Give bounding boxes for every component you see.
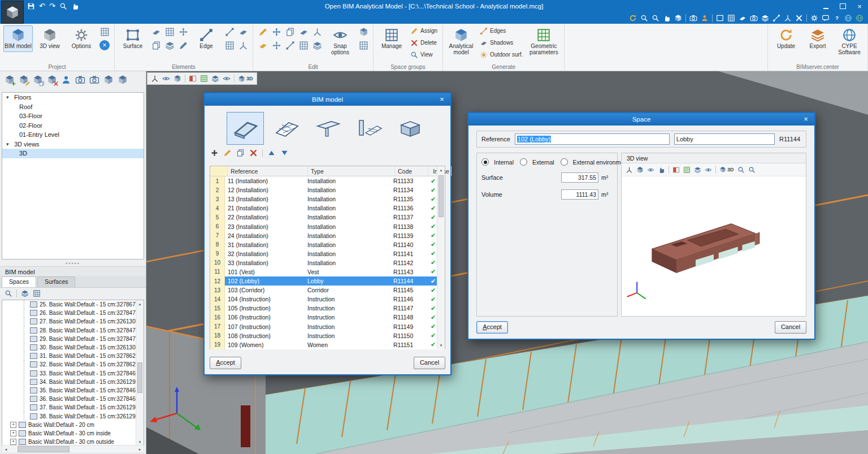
edit-extra-icon[interactable] [357,39,370,51]
grid-icon[interactable] [683,166,691,174]
list-item[interactable]: 28. Basic Wall:Default - 15 cm:327847 [2,326,136,335]
slab-type-roof-button[interactable] [227,112,264,145]
edit-tool-icon[interactable] [311,39,323,51]
dialog-title-bar[interactable]: BIM model × [205,93,450,106]
bimserver-icon[interactable] [856,14,863,22]
volume-input[interactable]: 1111.43 [561,189,598,200]
marker-icon[interactable] [701,14,709,22]
space-3d-viewport[interactable] [622,176,806,316]
surface-button[interactable]: Surface [118,25,147,52]
table-row[interactable]: 19109 (Women)WomenR11151✔ [210,340,445,349]
header-code[interactable]: Code [395,166,428,176]
reference-input[interactable]: 102 (Lobby) [515,133,670,145]
app-logo-icon[interactable] [1,1,24,24]
list-item[interactable]: 31. Basic Wall:Default - 15 cm:327862 [2,352,136,360]
pan-icon[interactable] [663,14,671,22]
scroll-down-icon[interactable]: ▾ [437,341,445,349]
radio-external-label[interactable]: External [532,159,554,166]
edge-tool-icon[interactable] [237,39,249,51]
tree-section[interactable]: ▾3D views [2,140,144,149]
slab-type-box-button[interactable] [392,112,429,145]
ruler-icon[interactable] [772,14,780,22]
search-icon[interactable] [5,289,12,297]
slab-type-wall-button[interactable] [350,112,388,145]
list-horizontal-scrollbar[interactable]: ◂ ▸ [2,445,144,453]
cancel-button[interactable]: Cancel [414,357,445,369]
panel-splitter[interactable]: ••••• [0,261,146,266]
surface-tool-icon[interactable] [150,39,162,51]
analytical-model-button[interactable]: Analytical model [446,25,476,58]
list-item[interactable]: +Basic Wall:Default - 30 cm inside [2,429,136,438]
capture-icon[interactable] [689,14,697,22]
radio-external[interactable] [520,158,527,166]
tree-item[interactable]: 03-Floor [2,111,144,121]
axes-icon[interactable] [151,75,159,83]
angle-icon[interactable] [784,14,792,22]
save-icon[interactable] [27,2,35,10]
edit-icon[interactable] [223,149,232,157]
minimize-button[interactable] [817,0,834,12]
scroll-right-icon[interactable]: ▸ [136,447,144,452]
maximize-button[interactable] [834,0,851,12]
table-row[interactable]: 623 (Installation)InstallationR11138✔ [210,222,445,231]
edge-button[interactable]: Edge [192,25,221,52]
list-item[interactable]: 30. Basic Wall:Default - 15 cm:326130 [2,343,136,352]
new-3d-view-icon[interactable] [5,75,15,85]
table-row[interactable]: 18108 (Instruction)InstructionR11150✔ [210,331,445,340]
tree-item[interactable]: Roof [2,102,144,112]
list-item[interactable]: 25. Basic Wall:Default - 15 cm:327867 [2,300,136,309]
list-item[interactable]: 37. Basic Wall:Default - 15 cm:326129 [2,403,136,412]
tree-item[interactable]: 3D [2,149,144,158]
cype-software-button[interactable]: CYPE Software [835,25,864,58]
scroll-up-icon[interactable]: ▴ [136,300,144,308]
redo-icon[interactable]: ↷ [49,2,55,10]
snap-toggle-icon[interactable] [739,14,747,22]
table-row[interactable]: 14104 (Instruction)InstructionR11146✔ [210,295,445,304]
export-button[interactable]: Export [803,25,832,52]
section-fill-icon[interactable] [189,75,197,83]
visibility-icon[interactable] [162,75,170,83]
update-button[interactable]: Update [771,25,801,52]
active-view-icon[interactable] [61,75,71,85]
zoom-window-icon[interactable] [640,14,648,22]
radio-internal-label[interactable]: Internal [494,159,514,166]
surface-tool-icon[interactable] [177,39,189,51]
tree-section[interactable]: ▾Floors [2,93,144,102]
undo-icon[interactable]: ↶ [39,2,45,10]
expand-icon[interactable]: + [10,422,16,428]
delete-3d-view-icon[interactable] [47,75,57,85]
table-row[interactable]: 12102 (Lobby)LobbyR11144✔ [210,276,445,286]
close-icon[interactable]: × [436,94,448,104]
list-item[interactable]: +Basic Wall:Default - 20 cm [2,421,136,429]
move-down-icon[interactable] [280,149,289,157]
layers-icon[interactable] [694,166,701,174]
close-capture-icon[interactable]: × [99,40,110,50]
zoom-window-icon[interactable] [748,166,756,174]
manage-button[interactable]: Manage [377,25,406,52]
edit-3d-view-icon[interactable] [19,75,29,85]
eye-icon[interactable] [705,166,712,174]
collapse-all-icon[interactable] [33,289,41,297]
list-item[interactable]: 35. Basic Wall:Default - 15 cm:327846 [2,386,136,395]
move-up-icon[interactable] [267,149,276,157]
edit-tool-icon[interactable] [270,39,283,51]
ortho-icon[interactable] [761,14,769,22]
zoom-icon[interactable] [59,2,67,10]
delete-icon[interactable] [249,149,258,157]
surface-tool-icon[interactable] [150,25,162,38]
delete-button[interactable]: Delete [409,37,439,48]
edit-tool-icon[interactable] [257,25,269,38]
assign-button[interactable]: Assign [409,25,439,36]
list-item[interactable]: 27. Basic Wall:Default - 15 cm:326130 [2,317,136,326]
comment-icon[interactable] [822,14,830,22]
help-icon[interactable] [833,14,841,22]
scroll-left-icon[interactable]: ◂ [2,447,10,452]
list-item[interactable]: 34. Basic Wall:Default - 15 cm:326129 [2,378,136,386]
surface-tool-icon[interactable] [163,25,176,38]
expand-icon[interactable]: + [10,430,16,436]
surface-tool-icon[interactable] [177,25,189,38]
header-reference[interactable]: Reference [228,166,308,176]
name-input[interactable]: Lobby [674,133,775,145]
cype-globe-icon[interactable] [844,14,852,22]
outdoor-surf-button[interactable]: Outdoor surf. [478,49,524,60]
